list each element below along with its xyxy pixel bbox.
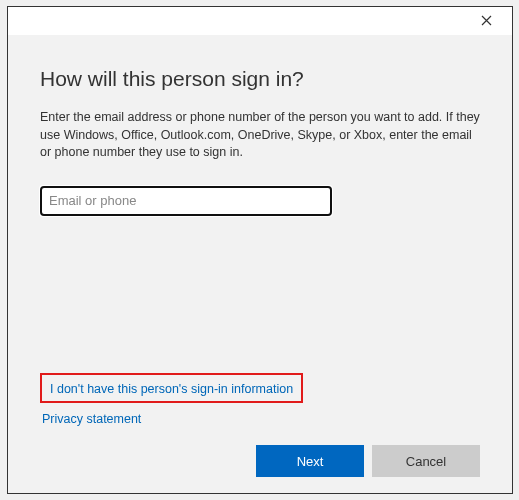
close-icon [481, 13, 492, 29]
dialog-content: How will this person sign in? Enter the … [8, 35, 512, 493]
highlighted-link-box: I don't have this person's sign-in infor… [40, 373, 303, 403]
input-row [40, 186, 480, 216]
page-title: How will this person sign in? [40, 67, 480, 91]
email-or-phone-input[interactable] [40, 186, 332, 216]
button-row: Next Cancel [40, 437, 480, 477]
close-button[interactable] [470, 9, 502, 33]
cancel-button[interactable]: Cancel [372, 445, 480, 477]
next-button[interactable]: Next [256, 445, 364, 477]
description-text: Enter the email address or phone number … [40, 109, 480, 162]
titlebar [8, 7, 512, 35]
no-signin-info-link[interactable]: I don't have this person's sign-in infor… [50, 382, 293, 396]
spacer [40, 236, 480, 374]
privacy-statement-link[interactable]: Privacy statement [42, 412, 141, 426]
links-section: I don't have this person's sign-in infor… [40, 373, 480, 427]
signin-dialog: How will this person sign in? Enter the … [7, 6, 513, 494]
